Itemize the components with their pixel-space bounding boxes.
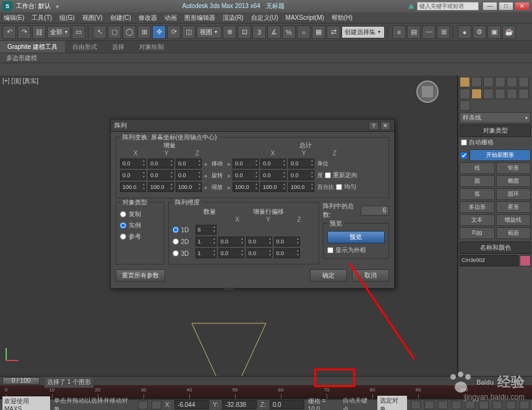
minimize-button[interactable]: — <box>483 2 497 11</box>
autogrid-checkbox[interactable] <box>461 139 467 146</box>
menu-tools[interactable]: 工具(T) <box>32 14 52 22</box>
menu-view[interactable]: 视图(V) <box>82 14 103 22</box>
window-crossing-icon[interactable]: ⊞ <box>137 25 151 39</box>
material-editor-icon[interactable]: ● <box>458 25 471 39</box>
lasso-icon[interactable]: ◯ <box>122 25 136 39</box>
motion-tab-icon[interactable] <box>495 77 505 87</box>
selection-filter-combo[interactable]: 全部 <box>47 26 71 38</box>
rollout-object-type[interactable]: 对象类型 <box>460 124 531 137</box>
zoom-icon[interactable] <box>492 401 502 409</box>
scale-z-inc[interactable]: 100.0 <box>176 182 202 192</box>
arrow-left-icon[interactable]: ◂ <box>204 160 207 167</box>
radio-reference[interactable]: 参考 <box>120 232 160 241</box>
ribbon-tab-freeform[interactable]: 自由形式 <box>65 41 105 53</box>
selected-filter[interactable]: 选定对象 <box>377 396 407 411</box>
lock-icon[interactable] <box>138 401 148 409</box>
arrow-left-icon[interactable]: ◂ <box>204 172 207 179</box>
create-tab-icon[interactable] <box>460 77 470 87</box>
off2d-y[interactable]: 0.0 <box>246 237 272 246</box>
cameras-icon[interactable] <box>495 89 505 99</box>
off2d-z[interactable]: 0.0 <box>274 237 300 246</box>
mirror-icon[interactable]: ⇄ <box>327 25 340 39</box>
play-end-icon[interactable] <box>465 401 475 409</box>
geometry-icon[interactable] <box>460 89 470 99</box>
rect-select-icon[interactable]: ▢ <box>108 25 121 39</box>
scale-z-tot[interactable]: 100.0 <box>288 182 314 192</box>
menu-animation[interactable]: 动画 <box>165 14 177 22</box>
coord-x[interactable]: -6.044 <box>174 400 209 409</box>
preview-button[interactable]: 预览 <box>327 231 385 243</box>
quickaccess-combo[interactable]: 创建选择集 <box>341 26 385 38</box>
cursor-icon[interactable]: ↖ <box>93 25 106 39</box>
select-icon[interactable]: ▭ <box>72 25 85 39</box>
btn-helix[interactable]: 螺旋线 <box>496 214 531 226</box>
move-icon[interactable]: ✥ <box>152 25 166 39</box>
rotate-z-inc[interactable]: 0.0 <box>176 170 202 180</box>
render-setup-icon[interactable]: ⚙ <box>473 25 486 39</box>
move-z-inc[interactable]: 0.0 <box>176 159 202 168</box>
workspace-label[interactable]: 工作台: 默认 <box>16 2 51 11</box>
btn-rectangle[interactable]: 矩形 <box>496 162 531 174</box>
radio-instance[interactable]: 实例 <box>120 221 160 230</box>
arrow-right-icon[interactable]: ▸ <box>228 184 231 191</box>
rotate-icon[interactable]: ⟳ <box>167 25 181 39</box>
off3d-x[interactable]: 0.0 <box>218 248 244 258</box>
dialog-close-button[interactable]: ✕ <box>380 121 390 130</box>
app-icon[interactable]: S <box>2 1 12 11</box>
time-slider-thumb[interactable]: 0 / 100 <box>2 377 40 385</box>
count-3d[interactable]: 1 <box>195 248 217 258</box>
object-name-input[interactable]: Circle002 <box>460 255 518 266</box>
btn-egg[interactable]: Egg <box>460 227 495 239</box>
startnew-checkbox[interactable] <box>461 152 467 159</box>
shapes-icon[interactable] <box>471 89 482 99</box>
scale-y-tot[interactable]: 100.0 <box>260 182 286 192</box>
pivot-icon[interactable]: ⊕ <box>223 25 236 39</box>
uniform-checkbox[interactable] <box>336 184 342 190</box>
reset-button[interactable]: 重置所有参数 <box>116 269 165 282</box>
ribbon-tab-graphite[interactable]: Graphite 建模工具 <box>0 41 65 53</box>
move-x-inc[interactable]: 0.0 <box>120 159 146 168</box>
orbit-icon[interactable] <box>520 401 530 409</box>
rotate-y-inc[interactable]: 0.0 <box>148 170 174 180</box>
rotate-y-tot[interactable]: 0.0 <box>260 170 286 180</box>
move-x-tot[interactable]: 0.0 <box>233 159 259 168</box>
autokey-button[interactable]: 自动关键点 <box>343 396 374 411</box>
refcoord-combo[interactable]: 视图 <box>197 26 221 38</box>
menu-render[interactable]: 渲染(R) <box>223 14 244 22</box>
startnew-button[interactable]: 开始新图形 <box>470 149 531 161</box>
close-button[interactable]: ✕ <box>515 2 530 11</box>
btn-section[interactable]: 截面 <box>496 227 531 239</box>
align-icon[interactable]: ≡ <box>392 25 406 39</box>
play-prev-icon[interactable] <box>424 401 434 409</box>
angle-snap-icon[interactable]: ∡ <box>267 25 281 39</box>
hierarchy-tab-icon[interactable] <box>483 77 494 87</box>
menu-group[interactable]: 组(G) <box>59 14 74 22</box>
layers-icon[interactable]: ▤ <box>407 25 421 39</box>
rotate-x-inc[interactable]: 0.0 <box>120 170 146 180</box>
ribbon-tab-paint[interactable]: 对象绘制 <box>132 41 171 53</box>
cancel-button[interactable]: 取消 <box>352 269 389 282</box>
btn-ngon[interactable]: 多边形 <box>460 201 495 213</box>
menu-maxscript[interactable]: MAXScript(M) <box>286 14 324 21</box>
utilities-tab-icon[interactable] <box>518 77 529 87</box>
display-wire-checkbox[interactable] <box>327 247 333 253</box>
zoom-extents-icon[interactable] <box>479 401 489 409</box>
count-2d[interactable]: 1 <box>195 237 217 246</box>
menu-edit[interactable]: 编辑(E) <box>4 14 24 22</box>
systems-icon[interactable] <box>460 100 470 111</box>
radio-1d[interactable]: 1D <box>173 227 194 233</box>
arrow-left-icon[interactable]: ◂ <box>204 184 207 191</box>
arrow-right-icon[interactable]: ▸ <box>228 172 231 179</box>
off2d-x[interactable]: 0.0 <box>218 237 244 246</box>
move-y-inc[interactable]: 0.0 <box>148 159 174 168</box>
play-start-icon[interactable] <box>411 401 421 409</box>
ribbon-tab-select[interactable]: 选择 <box>105 41 132 53</box>
spinner-snap-icon[interactable]: ⟐ <box>297 25 311 39</box>
count-1d[interactable]: 6 <box>195 225 217 235</box>
play-next-icon[interactable] <box>452 401 461 409</box>
menu-custom[interactable]: 自定义(U) <box>251 14 278 22</box>
spacewarps-icon[interactable] <box>518 89 529 99</box>
snap-toggle-icon[interactable]: 3 <box>252 25 266 39</box>
object-color-swatch[interactable] <box>520 255 531 266</box>
dialog-help-button[interactable]: ? <box>369 121 379 130</box>
